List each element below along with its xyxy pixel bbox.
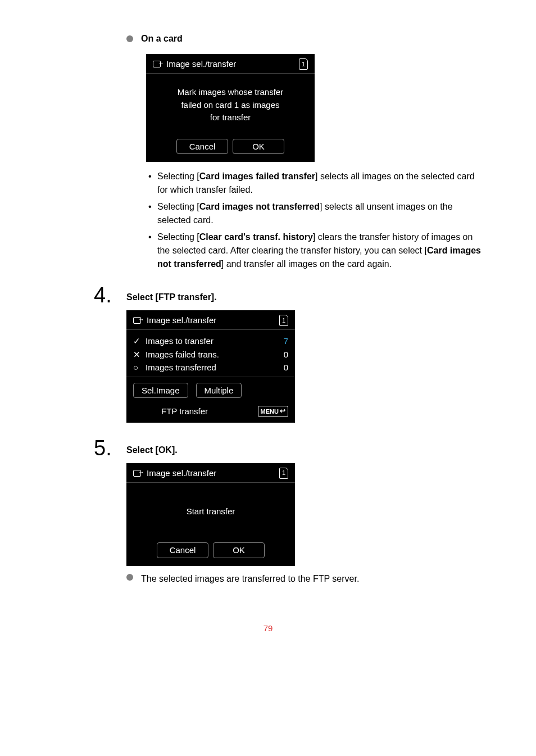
final-note-text: The selected images are transferred to t… [141, 574, 359, 584]
transfer-icon [133, 469, 143, 477]
list-item: Selecting [Clear card's transf. history]… [146, 230, 485, 271]
step4-title: Select [FTP transfer]. [126, 292, 485, 302]
step-number-5: 5. [88, 437, 126, 459]
start-transfer-msg: Start transfer [133, 505, 288, 518]
dialog-msg-line2: failed on card 1 as images [153, 99, 308, 112]
images-to-transfer-label: Images to transfer [146, 336, 214, 347]
x-icon [133, 349, 141, 360]
page-number: 79 [0, 623, 536, 633]
cancel-button[interactable]: Cancel [157, 542, 208, 558]
images-transferred-label: Images transferred [146, 362, 216, 373]
option-card-images-failed-transfer: Card images failed transfer [199, 171, 315, 181]
dialog-title: Image sel./transfer [166, 58, 236, 70]
text: ] and transfer all images on the card ag… [221, 259, 392, 269]
transfer-icon [133, 316, 143, 324]
list-item: Selecting [Card images not transferred] … [146, 200, 485, 227]
multiple-button[interactable]: Multiple [196, 383, 242, 399]
dialog-title: Image sel./transfer [147, 468, 216, 479]
images-to-transfer-value: 7 [284, 336, 288, 347]
bullet-icon [126, 574, 133, 581]
images-failed-value: 0 [284, 349, 288, 360]
check-icon [133, 336, 141, 347]
list-item: Selecting [Card images failed transfer] … [146, 170, 485, 197]
circle-icon [133, 362, 141, 373]
card-icon: 1 [299, 58, 308, 70]
menu-back-badge[interactable]: MENU [258, 406, 288, 417]
images-transferred-value: 0 [284, 362, 288, 373]
text: Selecting [ [157, 232, 199, 242]
text: Selecting [ [157, 171, 199, 181]
sel-image-button[interactable]: Sel.Image [133, 383, 188, 399]
screen-image-sel-transfer: Image sel./transfer 1 Images to transfer… [126, 310, 295, 423]
dialog-msg-line3: for transfer [153, 111, 308, 124]
on-a-card-heading: On a card [141, 34, 183, 44]
ok-button[interactable]: OK [233, 139, 284, 155]
cancel-button[interactable]: Cancel [176, 139, 228, 155]
option-card-images-not-transferred: Card images not transferred [199, 202, 320, 211]
dialog-msg-line1: Mark images whose transfer [153, 86, 308, 99]
card-options-list: Selecting [Card images failed transfer] … [126, 170, 485, 271]
screen-card-mark-dialog: Image sel./transfer 1 Mark images whose … [146, 54, 315, 162]
dialog-title: Image sel./transfer [147, 315, 216, 326]
bullet-icon [126, 35, 133, 42]
ok-button[interactable]: OK [213, 542, 265, 558]
screen-start-transfer: Image sel./transfer 1 Start transfer Can… [126, 463, 295, 566]
transfer-icon [153, 60, 163, 68]
card-icon: 1 [279, 315, 288, 326]
card-icon: 1 [279, 468, 288, 479]
text: Selecting [ [157, 202, 199, 211]
step-number-4: 4. [88, 284, 126, 306]
option-clear-history: Clear card's transf. history [199, 232, 313, 242]
step5-title: Select [OK]. [126, 445, 485, 455]
images-failed-label: Images failed trans. [146, 349, 219, 360]
ftp-transfer-button[interactable]: FTP transfer [133, 406, 208, 417]
